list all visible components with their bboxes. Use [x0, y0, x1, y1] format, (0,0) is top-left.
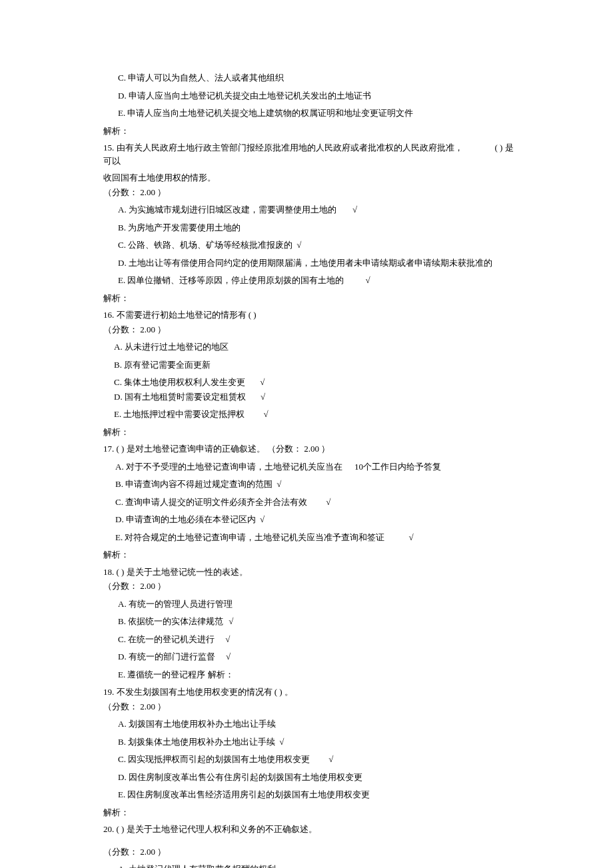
- q16-option-e: E. 土地抵押过程中需要设定抵押权√: [114, 408, 520, 421]
- q16-option-b: B. 原有登记需要全面更新: [114, 358, 520, 372]
- q18-option-a: A. 有统一的管理人员进行管理: [118, 598, 520, 611]
- q19-option-a: A. 划拨国有土地使用权补办土地出让手续: [118, 717, 520, 731]
- q16-score: （分数： 2.00 ）: [103, 323, 520, 336]
- check-icon: √: [365, 274, 370, 287]
- q19-option-e: E. 因住房制度改革出售经济适用房引起的划拨国有土地使用权变更: [118, 788, 520, 801]
- q14-option-e: E. 申请人应当向土地登记机关提交地上建筑物的权属证明和地址变更证明文件: [118, 107, 520, 120]
- q17-option-e: E. 对符合规定的土地登记查询申请，土地登记机关应当准予查询和签证√: [115, 531, 520, 544]
- q20-option-a: A. 土地登记代理人有获取劳务报酬的权利: [118, 863, 520, 868]
- check-icon: √: [260, 376, 265, 389]
- q18-score: （分数： 2.00 ）: [103, 580, 520, 593]
- q15-option-c: C. 公路、铁路、机场、矿场等经核批准报废的√: [118, 238, 520, 252]
- q15-option-b: B. 为房地产开发需要使用土地的: [118, 221, 520, 234]
- q19-stem: 19. 不发生划拨国有土地使用权变更的情况有 ( ) 。: [103, 685, 520, 699]
- q14-analysis: 解析：: [103, 125, 520, 138]
- q18-option-b: B. 依据统一的实体法律规范√: [118, 615, 520, 628]
- check-icon: √: [279, 735, 284, 749]
- q18-option-e: E. 遵循统一的登记程序 解析：: [118, 668, 520, 681]
- check-icon: √: [261, 390, 265, 404]
- check-icon: √: [408, 531, 413, 544]
- check-icon: √: [352, 203, 357, 217]
- q17-option-c: C. 查询申请人提交的证明文件必须齐全并合法有效√: [115, 496, 520, 509]
- q15-score: （分数： 2.00 ）: [103, 186, 520, 199]
- q19-option-d: D. 因住房制度改革出售公有住房引起的划拨国有土地使用权变更: [118, 771, 520, 784]
- q16-stem: 16. 不需要进行初始土地登记的情形有 ( ): [103, 308, 520, 322]
- check-icon: √: [326, 496, 330, 509]
- q18-option-c: C. 在统一的登记机关进行√: [118, 633, 520, 646]
- q17-analysis: 解析：: [103, 548, 520, 562]
- check-icon: √: [229, 615, 233, 628]
- q16-analysis: 解析：: [103, 426, 520, 439]
- check-icon: √: [263, 408, 268, 421]
- q19-analysis: 解析：: [103, 806, 520, 819]
- q19-option-c: C. 因实现抵押权而引起的划拨国有土地使用权变更√: [118, 753, 520, 766]
- q15-stem-cont: 收回国有土地使用权的情形。: [103, 171, 520, 185]
- q17-stem: 17. ( ) 是对土地登记查询申请的正确叙述。 （分数： 2.00 ）: [103, 442, 520, 456]
- q17-option-d: D. 申请查询的土地必须在本登记区内√: [115, 513, 520, 526]
- q15-analysis: 解析：: [103, 292, 520, 305]
- check-icon: √: [297, 238, 301, 252]
- q15-option-e: E. 因单位撤销、迁移等原因，停止使用原划拨的国有土地的√: [118, 274, 520, 287]
- q19-score: （分数： 2.00 ）: [103, 700, 520, 713]
- q16-option-a: A. 从未进行过土地登记的地区: [114, 340, 520, 354]
- q16-option-d: D. 国有土地租赁时需要设定租赁权√: [114, 390, 520, 404]
- check-icon: √: [226, 650, 231, 663]
- exam-page: C. 申请人可以为自然人、法人或者其他组织 D. 申请人应当向土地登记机关提交由…: [0, 0, 613, 868]
- q17-option-b: B. 申请查询内容不得超过规定查询的范围√: [115, 478, 520, 491]
- q17-option-a: A. 对于不予受理的土地登记查询申请，土地登记机关应当在10个工作日内给予答复: [115, 460, 520, 474]
- check-icon: √: [225, 633, 230, 646]
- check-icon: √: [328, 753, 333, 766]
- q18-option-d: D. 有统一的部门进行监督√: [118, 650, 520, 663]
- q20-stem: 20. ( ) 是关于土地登记代理人权利和义务的不正确叙述。: [103, 823, 520, 836]
- q19-option-b: B. 划拨集体土地使用权补办土地出让手续√: [118, 735, 520, 749]
- q20-score: （分数： 2.00 ）: [103, 845, 520, 859]
- q15-option-a: A. 为实施城市规划进行旧城区改建，需要调整使用土地的√: [118, 203, 520, 217]
- q16-option-c: C. 集体土地使用权权利人发生变更√: [114, 376, 520, 389]
- q14-option-d: D. 申请人应当向土地登记机关提交由土地登记机关发出的土地证书: [118, 89, 520, 103]
- q14-option-c: C. 申请人可以为自然人、法人或者其他组织: [118, 71, 520, 85]
- q18-stem: 18. ( ) 是关于土地登记统一性的表述。: [103, 566, 520, 579]
- q15-stem: 15. 由有关人民政府土地行政主管部门报经原批准用地的人民政府或者批准权的人民政…: [103, 141, 520, 167]
- check-icon: √: [260, 513, 265, 526]
- q15-option-d: D. 土地出让等有偿使用合同约定的使用期限届满，土地使用者未申请续期或者申请续期…: [118, 256, 520, 270]
- check-icon: √: [277, 478, 281, 491]
